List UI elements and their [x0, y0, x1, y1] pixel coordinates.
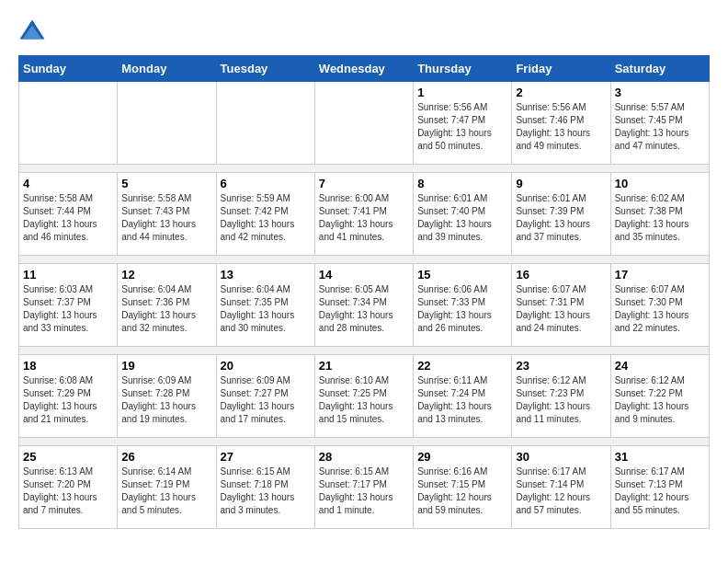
day-info: Sunrise: 6:14 AM Sunset: 7:19 PM Dayligh…: [121, 465, 211, 517]
day-info: Sunrise: 6:15 AM Sunset: 7:18 PM Dayligh…: [221, 465, 311, 517]
header-thursday: Thursday: [414, 56, 512, 82]
calendar-header-row: SundayMondayTuesdayWednesdayThursdayFrid…: [19, 56, 710, 82]
calendar-cell: 26Sunrise: 6:14 AM Sunset: 7:19 PM Dayli…: [118, 446, 216, 529]
calendar-week-row: 4Sunrise: 5:58 AM Sunset: 7:44 PM Daylig…: [19, 173, 710, 256]
day-info: Sunrise: 6:03 AM Sunset: 7:37 PM Dayligh…: [23, 283, 113, 335]
day-number: 30: [516, 450, 606, 464]
calendar-week-row: 11Sunrise: 6:03 AM Sunset: 7:37 PM Dayli…: [19, 264, 710, 347]
calendar-cell: [118, 82, 216, 165]
day-info: Sunrise: 6:08 AM Sunset: 7:29 PM Dayligh…: [23, 374, 113, 426]
day-info: Sunrise: 6:11 AM Sunset: 7:24 PM Dayligh…: [417, 374, 507, 426]
day-info: Sunrise: 5:58 AM Sunset: 7:43 PM Dayligh…: [121, 192, 211, 244]
day-number: 1: [417, 86, 507, 99]
calendar-cell: 2Sunrise: 5:56 AM Sunset: 7:46 PM Daylig…: [512, 82, 610, 165]
day-number: 11: [23, 268, 113, 282]
header-saturday: Saturday: [610, 56, 709, 82]
day-info: Sunrise: 5:58 AM Sunset: 7:44 PM Dayligh…: [23, 192, 113, 244]
day-number: 19: [121, 359, 211, 373]
day-info: Sunrise: 6:07 AM Sunset: 7:31 PM Dayligh…: [516, 283, 606, 335]
day-info: Sunrise: 6:12 AM Sunset: 7:23 PM Dayligh…: [516, 374, 606, 426]
day-number: 18: [23, 359, 113, 373]
calendar-cell: 17Sunrise: 6:07 AM Sunset: 7:30 PM Dayli…: [610, 264, 709, 347]
calendar-cell: 19Sunrise: 6:09 AM Sunset: 7:28 PM Dayli…: [118, 355, 216, 438]
day-number: 10: [615, 177, 705, 190]
calendar-week-row: 25Sunrise: 6:13 AM Sunset: 7:20 PM Dayli…: [19, 446, 710, 529]
day-number: 7: [319, 177, 409, 190]
day-info: Sunrise: 6:07 AM Sunset: 7:30 PM Dayligh…: [615, 283, 705, 335]
day-number: 5: [121, 177, 211, 190]
calendar-cell: 18Sunrise: 6:08 AM Sunset: 7:29 PM Dayli…: [19, 355, 118, 438]
header-wednesday: Wednesday: [314, 56, 413, 82]
calendar-cell: 9Sunrise: 6:01 AM Sunset: 7:39 PM Daylig…: [512, 173, 610, 256]
day-number: 20: [221, 359, 311, 373]
day-number: 9: [516, 177, 606, 190]
calendar-cell: 7Sunrise: 6:00 AM Sunset: 7:41 PM Daylig…: [314, 173, 413, 256]
header-monday: Monday: [118, 56, 216, 82]
page-header: [18, 18, 710, 46]
calendar-cell: 31Sunrise: 6:17 AM Sunset: 7:13 PM Dayli…: [610, 446, 709, 529]
day-info: Sunrise: 6:01 AM Sunset: 7:39 PM Dayligh…: [516, 192, 606, 244]
day-number: 6: [221, 177, 311, 190]
header-friday: Friday: [512, 56, 610, 82]
day-info: Sunrise: 6:02 AM Sunset: 7:38 PM Dayligh…: [615, 192, 705, 244]
calendar-cell: 10Sunrise: 6:02 AM Sunset: 7:38 PM Dayli…: [610, 173, 709, 256]
day-number: 16: [516, 268, 606, 282]
day-number: 8: [417, 177, 507, 190]
calendar-cell: 13Sunrise: 6:04 AM Sunset: 7:35 PM Dayli…: [216, 264, 314, 347]
calendar-cell: 3Sunrise: 5:57 AM Sunset: 7:45 PM Daylig…: [610, 82, 709, 165]
calendar-table: SundayMondayTuesdayWednesdayThursdayFrid…: [18, 55, 710, 529]
day-info: Sunrise: 5:57 AM Sunset: 7:45 PM Dayligh…: [615, 101, 705, 153]
day-info: Sunrise: 6:09 AM Sunset: 7:27 PM Dayligh…: [221, 374, 311, 426]
calendar-cell: [314, 82, 413, 165]
day-info: Sunrise: 5:56 AM Sunset: 7:46 PM Dayligh…: [516, 101, 606, 153]
header-sunday: Sunday: [19, 56, 118, 82]
day-info: Sunrise: 5:56 AM Sunset: 7:47 PM Dayligh…: [417, 101, 507, 153]
day-info: Sunrise: 6:16 AM Sunset: 7:15 PM Dayligh…: [417, 465, 507, 517]
day-number: 3: [615, 86, 705, 99]
day-info: Sunrise: 6:15 AM Sunset: 7:17 PM Dayligh…: [319, 465, 409, 517]
calendar-cell: 12Sunrise: 6:04 AM Sunset: 7:36 PM Dayli…: [118, 264, 216, 347]
day-number: 23: [516, 359, 606, 373]
day-number: 25: [23, 450, 113, 464]
day-info: Sunrise: 6:12 AM Sunset: 7:22 PM Dayligh…: [615, 374, 705, 426]
calendar-cell: 14Sunrise: 6:05 AM Sunset: 7:34 PM Dayli…: [314, 264, 413, 347]
separator-row: [19, 347, 710, 355]
calendar-cell: 29Sunrise: 6:16 AM Sunset: 7:15 PM Dayli…: [414, 446, 512, 529]
day-number: 17: [615, 268, 705, 282]
day-info: Sunrise: 6:01 AM Sunset: 7:40 PM Dayligh…: [417, 192, 507, 244]
calendar-cell: 23Sunrise: 6:12 AM Sunset: 7:23 PM Dayli…: [512, 355, 610, 438]
calendar-cell: 6Sunrise: 5:59 AM Sunset: 7:42 PM Daylig…: [216, 173, 314, 256]
calendar-week-row: 18Sunrise: 6:08 AM Sunset: 7:29 PM Dayli…: [19, 355, 710, 438]
day-info: Sunrise: 6:00 AM Sunset: 7:41 PM Dayligh…: [319, 192, 409, 244]
day-info: Sunrise: 6:04 AM Sunset: 7:35 PM Dayligh…: [221, 283, 311, 335]
calendar-cell: 5Sunrise: 5:58 AM Sunset: 7:43 PM Daylig…: [118, 173, 216, 256]
separator-row: [19, 256, 710, 264]
day-number: 26: [121, 450, 211, 464]
day-info: Sunrise: 5:59 AM Sunset: 7:42 PM Dayligh…: [221, 192, 311, 244]
day-number: 27: [221, 450, 311, 464]
calendar-cell: 21Sunrise: 6:10 AM Sunset: 7:25 PM Dayli…: [314, 355, 413, 438]
calendar-cell: 1Sunrise: 5:56 AM Sunset: 7:47 PM Daylig…: [414, 82, 512, 165]
calendar-cell: 22Sunrise: 6:11 AM Sunset: 7:24 PM Dayli…: [414, 355, 512, 438]
day-number: 22: [417, 359, 507, 373]
day-number: 13: [221, 268, 311, 282]
day-number: 29: [417, 450, 507, 464]
logo-icon: [18, 18, 46, 46]
day-info: Sunrise: 6:09 AM Sunset: 7:28 PM Dayligh…: [121, 374, 211, 426]
calendar-cell: 30Sunrise: 6:17 AM Sunset: 7:14 PM Dayli…: [512, 446, 610, 529]
day-number: 14: [319, 268, 409, 282]
calendar-cell: 24Sunrise: 6:12 AM Sunset: 7:22 PM Dayli…: [610, 355, 709, 438]
day-number: 28: [319, 450, 409, 464]
calendar-week-row: 1Sunrise: 5:56 AM Sunset: 7:47 PM Daylig…: [19, 82, 710, 165]
day-info: Sunrise: 6:17 AM Sunset: 7:13 PM Dayligh…: [615, 465, 705, 517]
day-number: 12: [121, 268, 211, 282]
day-info: Sunrise: 6:10 AM Sunset: 7:25 PM Dayligh…: [319, 374, 409, 426]
calendar-cell: [19, 82, 118, 165]
day-info: Sunrise: 6:13 AM Sunset: 7:20 PM Dayligh…: [23, 465, 113, 517]
header-tuesday: Tuesday: [216, 56, 314, 82]
calendar-cell: [216, 82, 314, 165]
day-info: Sunrise: 6:05 AM Sunset: 7:34 PM Dayligh…: [319, 283, 409, 335]
day-number: 2: [516, 86, 606, 99]
separator-row: [19, 438, 710, 446]
calendar-cell: 16Sunrise: 6:07 AM Sunset: 7:31 PM Dayli…: [512, 264, 610, 347]
